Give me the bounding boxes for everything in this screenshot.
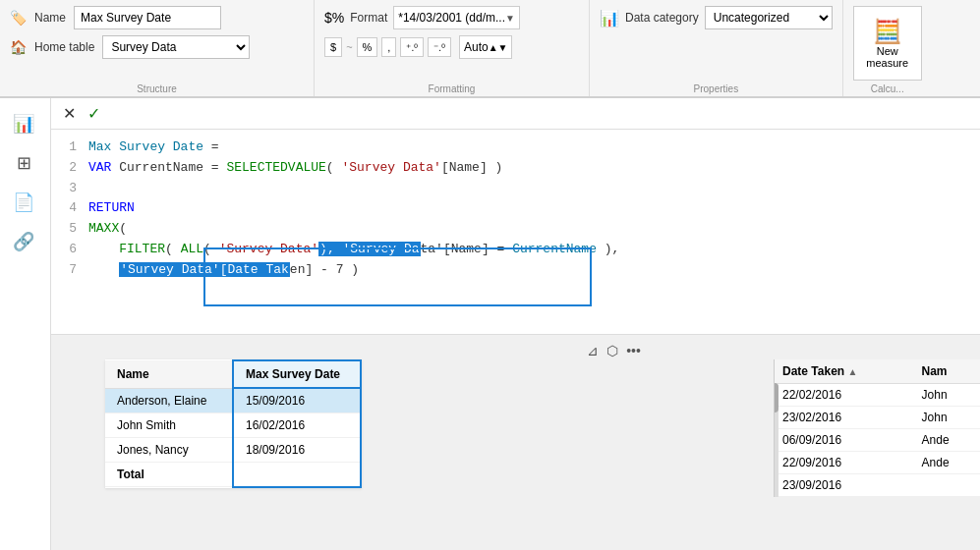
table-row: John Smith 16/02/2016: [105, 413, 361, 438]
table-row: 06/09/2016 Ande: [775, 429, 980, 452]
calculations-label: Calcu...: [843, 83, 932, 94]
decimal-inc-button[interactable]: ⁺.⁰: [400, 37, 424, 57]
sidebar-barchart-icon[interactable]: 📊: [4, 106, 43, 141]
col-maxdate-header: Max Survey Date: [233, 360, 361, 388]
cell-name: Ande: [914, 452, 980, 474]
cell-name: Anderson, Elaine: [105, 388, 233, 413]
code-editor[interactable]: 1 Max Survey Date = 2 VAR CurrentName = …: [51, 130, 980, 334]
cell-date: 22/09/2016: [775, 452, 914, 474]
table-row: 22/02/2016 John: [775, 384, 980, 407]
right-col-name-header: Nam: [914, 359, 980, 384]
comma-button[interactable]: ,: [381, 37, 396, 57]
home-table-label: Home table: [34, 40, 94, 54]
cell-name: [914, 474, 980, 497]
ribbon-calculations-group: 🧮 Newmeasure Calcu...: [843, 0, 932, 96]
cell-date: 23/09/2016: [775, 474, 914, 497]
main-data-table: Name Max Survey Date Anderson, Elaine 15…: [105, 359, 362, 488]
ribbon-properties-group: 📊 Data category Uncategorized Properties: [590, 0, 843, 96]
sidebar: 📊 ⊞ 📄 🔗: [0, 98, 51, 550]
structure-label: Structure: [0, 83, 314, 94]
cell-name: Ande: [914, 429, 980, 452]
external-link-icon[interactable]: ⬡: [606, 343, 618, 358]
visual-area: ⊿ ⬡ ••• Name Max Survey Date Anderson,: [51, 334, 980, 550]
sidebar-grid-icon[interactable]: ⊞: [4, 145, 43, 181]
name-field-label: Name: [34, 11, 66, 25]
total-row: Total: [105, 463, 361, 487]
cell-date: 06/09/2016: [775, 429, 914, 452]
cell-name: Jones, Nancy: [105, 438, 233, 463]
code-line-3: 3: [63, 179, 968, 199]
right-table-container: Date Taken ▲ Nam 22/02/2016 John 23/02/2…: [774, 359, 980, 497]
code-line-7: 7 'Survey Data'[Date Taken] - 7 ): [63, 260, 968, 281]
main-layout: 📊 ⊞ 📄 🔗 Wo Oc ✕ ✓ 1 Max Survey Date = 2 …: [0, 98, 980, 550]
right-data-table: Date Taken ▲ Nam 22/02/2016 John 23/02/2…: [775, 359, 980, 497]
name-icon: 🏷️: [10, 10, 27, 26]
ribbon-formatting-group: $% Format *14/03/2001 (dd/m... ▼ $ ~ % ,…: [315, 0, 590, 96]
table-row: Jones, Nancy 18/09/2016: [105, 438, 361, 463]
format-dropdown-arrow[interactable]: ▼: [505, 13, 515, 24]
auto-spindown[interactable]: ▼: [498, 42, 508, 53]
decimal-dec-button[interactable]: ⁻.⁰: [428, 37, 451, 57]
home-table-icon: 🏠: [10, 39, 27, 55]
confirm-button[interactable]: ✓: [84, 102, 104, 125]
filter-icon[interactable]: ⊿: [587, 343, 599, 358]
cell-total-label: Total: [105, 463, 233, 487]
data-category-label: Data category: [625, 11, 699, 25]
cell-name: John Smith: [105, 413, 233, 438]
more-options-icon[interactable]: •••: [626, 343, 641, 358]
col-name-header: Name: [105, 360, 233, 388]
table-toolbar: ⊿ ⬡ •••: [51, 335, 980, 362]
auto-spinup[interactable]: ▲: [489, 42, 498, 53]
format-icon: $%: [324, 10, 344, 26]
table-row: 22/09/2016 Ande: [775, 452, 980, 474]
ribbon: 🏷️ Name 🏠 Home table Survey Data Structu…: [0, 0, 980, 98]
data-category-select[interactable]: Uncategorized: [705, 6, 833, 29]
code-line-5: 5 MAXX(: [63, 219, 968, 240]
properties-label: Properties: [590, 83, 842, 94]
sidebar-pages-icon[interactable]: 📄: [4, 185, 43, 220]
code-line-6: 6 FILTER( ALL( 'Survey Data'), 'Survey D…: [63, 240, 968, 260]
code-line-4: 4 RETURN: [63, 198, 968, 219]
cell-date: 16/02/2016: [233, 413, 361, 438]
scrollbar-thumb[interactable]: [774, 383, 778, 412]
main-data-table-container: Name Max Survey Date Anderson, Elaine 15…: [105, 359, 362, 488]
new-measure-label: Newmeasure: [866, 45, 908, 69]
sidebar-datamodel-icon[interactable]: 🔗: [4, 224, 43, 259]
percent-button[interactable]: %: [357, 37, 378, 57]
editor-toolbar: ✕ ✓: [51, 98, 980, 130]
cell-name: John: [914, 407, 980, 429]
table-row: Anderson, Elaine 15/09/2016: [105, 388, 361, 413]
new-measure-button[interactable]: 🧮 Newmeasure: [853, 6, 922, 81]
sort-up-icon: ▲: [847, 366, 857, 377]
cancel-button[interactable]: ✕: [59, 102, 80, 125]
home-table-select[interactable]: Survey Data: [102, 35, 250, 59]
separator1: ~: [346, 41, 352, 53]
format-label: Format: [350, 11, 387, 25]
ribbon-structure-group: 🏷️ Name 🏠 Home table Survey Data Structu…: [0, 0, 315, 96]
name-input[interactable]: [74, 6, 221, 29]
data-category-icon: 📊: [600, 9, 619, 28]
auto-label: Auto: [464, 40, 489, 54]
code-line-1: 1 Max Survey Date =: [63, 138, 968, 158]
formatting-label: Formatting: [315, 83, 589, 94]
cell-date: 23/02/2016: [775, 407, 914, 429]
cell-date: 22/02/2016: [775, 384, 914, 407]
table-row: 23/09/2016: [775, 474, 980, 497]
cell-total-value: [233, 463, 361, 487]
new-measure-icon: 🧮: [873, 18, 902, 45]
cell-name: John: [914, 384, 980, 407]
right-col-date-header: Date Taken ▲: [775, 359, 914, 384]
table-row: 23/02/2016 John: [775, 407, 980, 429]
cell-date: 15/09/2016: [233, 388, 361, 413]
currency-button[interactable]: $: [324, 37, 342, 57]
code-line-2: 2 VAR CurrentName = SELECTEDVALUE( 'Surv…: [63, 158, 968, 179]
cell-date: 18/09/2016: [233, 438, 361, 463]
editor-area: Wo Oc ✕ ✓ 1 Max Survey Date = 2 VAR Curr…: [51, 98, 980, 550]
format-value: *14/03/2001 (dd/m...: [398, 11, 505, 25]
